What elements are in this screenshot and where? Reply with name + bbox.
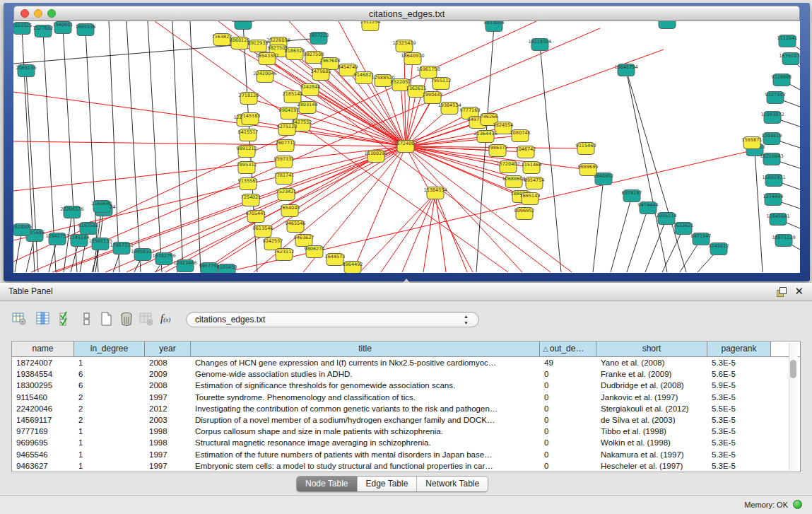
citation-edge-red[interactable] [406, 59, 413, 146]
graph-node[interactable]: 16961758 [416, 66, 440, 78]
graph-node[interactable]: 8860128 [230, 37, 250, 49]
graph-node[interactable]: 16033809 [231, 21, 254, 30]
graph-node[interactable]: 12093872 [760, 112, 784, 124]
table-cell[interactable]: 5.3E-5 [707, 437, 771, 448]
graph-node[interactable]: 10871129 [772, 235, 795, 247]
table-cell[interactable]: Estimation of significance thresholds fo… [191, 380, 540, 391]
table-cell[interactable]: 18300295 [12, 380, 74, 391]
graph-node[interactable]: 1595871 [742, 137, 763, 149]
citation-edge-black[interactable] [755, 150, 763, 272]
graph-node[interactable]: 15692971 [762, 175, 785, 187]
graph-node[interactable]: 1695149 [520, 193, 541, 205]
citation-edge-red[interactable] [402, 193, 435, 272]
table-row[interactable]: 1456911722003Disruption of a novel membe… [12, 414, 800, 426]
table-cell[interactable]: 9115460 [12, 392, 74, 403]
citation-edge-red[interactable] [423, 193, 435, 272]
column-header-short[interactable]: short [596, 341, 707, 356]
graph-node[interactable]: 6705441 [246, 211, 266, 223]
graph-node[interactable]: 15384554 [423, 187, 447, 199]
table-cell[interactable]: Wolkin et al. (1998) [596, 437, 707, 448]
graph-node[interactable]: 2607713 [276, 140, 296, 152]
memory-ok-indicator-icon[interactable] [793, 500, 802, 509]
table-cell[interactable]: 2008 [145, 380, 191, 391]
graph-node[interactable]: 2718126 [239, 93, 259, 105]
graph-node[interactable]: 18724007 [394, 141, 417, 153]
table-cell[interactable]: de Silva et al. (2003) [596, 414, 707, 426]
table-cell[interactable]: 0 [540, 449, 596, 460]
table-cell[interactable]: 5.3E-5 [707, 357, 771, 368]
citation-edge-red[interactable] [406, 146, 572, 272]
table-cell[interactable]: Franke et al. (2009) [596, 368, 707, 380]
table-cell[interactable]: Disruption of a novel member of a sodium… [191, 414, 540, 426]
graph-node[interactable]: 1527602 [33, 25, 54, 37]
graph-node[interactable]: 1605536 [76, 24, 96, 36]
table-row[interactable]: 969969511998Structural magnetic resonanc… [12, 437, 800, 448]
function-builder-button[interactable]: f(x) [160, 313, 176, 328]
graph-node[interactable]: 22420046 [253, 71, 276, 83]
table-cell[interactable]: Hescheler et al. (1997) [596, 460, 707, 472]
graph-node[interactable]: 7781741 [274, 173, 295, 185]
table-cell[interactable]: Nakamura et al. (1997) [596, 449, 707, 460]
table-cell[interactable]: Genome-wide association studies in ADHD. [191, 368, 540, 380]
graph-node[interactable]: 1618505 [13, 224, 32, 236]
citation-edge-black[interactable] [593, 179, 604, 272]
graph-node[interactable]: 9806274 [305, 246, 325, 258]
citation-edge-red[interactable] [13, 92, 406, 146]
table-cell[interactable]: 22420046 [12, 403, 74, 414]
column-header-out-degree[interactable]: △out_de… [540, 341, 596, 356]
graph-node[interactable]: 10688609 [502, 176, 525, 188]
table-cell[interactable]: 1 [74, 460, 145, 472]
graph-node[interactable]: 1990443 [423, 92, 443, 104]
table-cell[interactable]: 5.3E-5 [707, 460, 771, 472]
graph-node[interactable]: 9891212 [237, 146, 257, 158]
table-cell[interactable]: 9463627 [12, 460, 74, 472]
table-cell[interactable]: Stergiakouli et al. (2012) [596, 403, 707, 414]
graph-node[interactable]: 8613544 [253, 226, 273, 238]
table-cell[interactable]: Investigating the contribution of common… [191, 403, 540, 414]
table-cell[interactable]: 0 [540, 460, 596, 472]
citation-edge-black[interactable] [626, 70, 667, 272]
graph-node[interactable]: 8813054 [484, 21, 505, 32]
graph-node[interactable]: 18300295 [364, 151, 387, 163]
table-cell[interactable]: Tibbo et al. (1998) [596, 426, 707, 437]
graph-node[interactable]: 19218506 [528, 39, 551, 51]
graph-node[interactable]: 7986372 [488, 145, 508, 157]
column-header-name[interactable]: name [12, 341, 74, 356]
citation-edge-red[interactable] [381, 193, 435, 272]
citation-edge-red[interactable] [225, 150, 755, 272]
graph-node[interactable]: 7940601 [53, 22, 73, 34]
citation-edge-black[interactable] [172, 21, 183, 272]
graph-node[interactable]: 7895312 [237, 162, 257, 174]
table-cell[interactable]: 6 [74, 368, 145, 380]
graph-node[interactable]: 13505135 [88, 238, 112, 250]
graph-node[interactable]: 1080748 [510, 130, 531, 142]
table-cell[interactable]: 2009 [145, 368, 191, 380]
network-graph[interactable]: 2055325152760279406011605536160338097857… [13, 21, 800, 273]
citation-edge-red[interactable] [13, 141, 406, 146]
table-row[interactable]: 946554611997Estimation of the future num… [12, 449, 800, 460]
table-selector-dropdown[interactable]: citations_edges.txt ▲▼ [186, 312, 479, 327]
graph-node[interactable]: 9463627 [294, 235, 314, 247]
table-row[interactable]: 1830029562008Estimation of significance … [12, 380, 800, 391]
table-cell[interactable]: 9465546 [12, 449, 74, 460]
graph-node[interactable]: 4275120 [277, 124, 298, 136]
graph-node[interactable]: 2160698 [92, 201, 112, 213]
graph-node[interactable]: 7254021 [241, 194, 261, 206]
table-cell[interactable]: 2008 [145, 357, 191, 368]
table-cell[interactable]: 5.3E-5 [707, 392, 771, 403]
citation-edge-black[interactable] [627, 208, 648, 272]
graph-node[interactable]: 7623112 [274, 249, 295, 261]
table-cell[interactable]: 2003 [145, 414, 191, 426]
graph-node[interactable]: 15751074 [779, 53, 800, 65]
graph-node[interactable]: 1145194 [69, 235, 90, 247]
graph-node[interactable]: 1512254 [360, 21, 381, 31]
table-cell[interactable]: 0 [540, 392, 596, 403]
table-cell[interactable]: Estimation of the future numbers of pati… [191, 449, 540, 460]
graph-node[interactable]: 8904191 [279, 107, 300, 119]
selection-mode-button[interactable] [58, 311, 73, 327]
graph-node[interactable]: 16543382 [255, 53, 278, 65]
graph-node[interactable]: 19958107 [131, 249, 154, 261]
graph-node[interactable]: 1151469 [522, 162, 542, 174]
table-row[interactable]: 946362711997Embryonic stem cells: a mode… [12, 460, 800, 472]
table-cell[interactable]: 5.9E-5 [707, 380, 771, 391]
